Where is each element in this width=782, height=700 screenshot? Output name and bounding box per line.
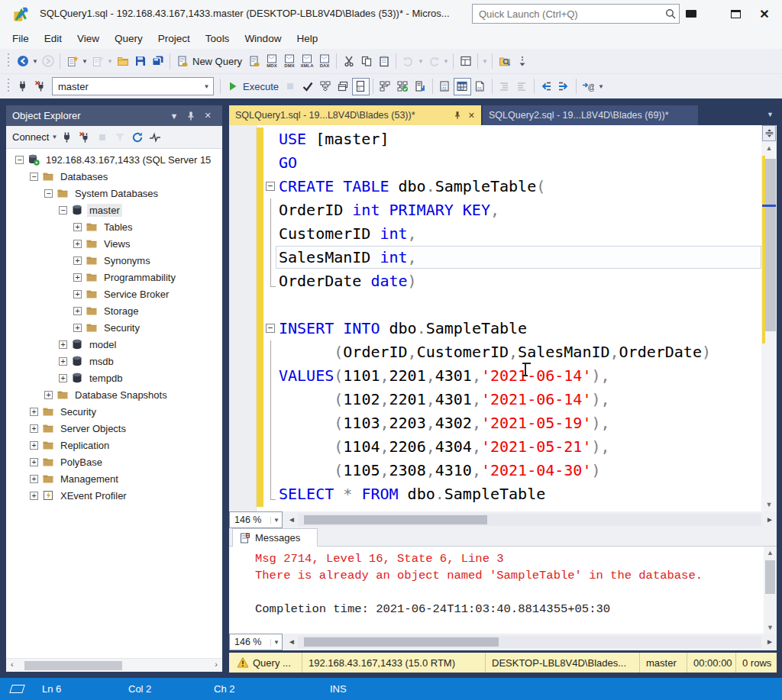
expand-icon[interactable]: + [73,290,82,298]
cut-icon[interactable] [340,53,357,70]
scroll-down-icon[interactable]: ▼ [764,624,777,631]
collapse-icon[interactable]: − [59,206,67,215]
menu-help[interactable]: Help [289,30,325,47]
tree-item[interactable]: +Security [6,403,222,420]
tree-item[interactable]: +Security [6,319,222,336]
expand-icon[interactable]: + [73,307,82,315]
tree-item[interactable]: +model [6,336,222,353]
tree-item[interactable]: +msdb [6,353,222,369]
close-tab-icon[interactable]: ✕ [468,111,475,121]
code-line[interactable]: OrderID int PRIMARY KEY, [263,198,761,222]
collapse-icon[interactable]: − [44,189,53,198]
scrollbar-thumb[interactable] [24,661,122,670]
change-connection-icon[interactable] [31,78,49,95]
refresh-icon[interactable] [128,128,146,146]
scrollbar-thumb[interactable] [304,515,487,524]
feedback-icon[interactable] [9,685,25,693]
filter-icon[interactable] [111,128,128,146]
expand-icon[interactable]: + [73,324,82,332]
tree-item[interactable]: −192.168.43.167,1433 (SQL Server 15 [6,151,222,168]
toolbar-dropdown-icon[interactable]: ▼ [481,58,489,65]
expand-icon[interactable]: + [30,424,38,433]
tree-item[interactable]: +XEvent Profiler [6,487,222,504]
tree-item[interactable]: +Synonyms [6,252,222,269]
expand-icon[interactable]: + [30,441,38,450]
undo-icon[interactable] [399,53,417,70]
estimated-plan-icon[interactable] [317,78,334,95]
dmx-query-icon[interactable]: DMX [280,53,298,70]
code-line[interactable]: −INSERT INTO dbo.SampleTable [263,317,761,340]
find-in-files-icon[interactable] [496,53,513,70]
increase-indent-icon[interactable] [555,78,573,95]
disconnect-icon[interactable] [76,128,93,146]
menu-tools[interactable]: Tools [198,30,238,47]
close-panel-icon[interactable]: ✕ [199,111,216,121]
stop-icon[interactable] [93,128,111,146]
scrollbar-thumb[interactable] [765,560,775,594]
scroll-up-icon[interactable]: ▲ [761,144,777,152]
parse-icon[interactable] [299,78,317,95]
new-project-dropdown-icon[interactable]: ▼ [81,58,89,65]
code-line[interactable]: SalesManID int, [263,246,761,269]
tab-sqlquery1[interactable]: SQLQuery1.sql - 19...L8V4D\Blades (53))*… [229,105,481,125]
results-to-file-icon[interactable]: 01 [471,78,489,95]
code-editor[interactable]: USE [master]GO−CREATE TABLE dbo.SampleTa… [229,125,777,511]
editor-hscrollbar[interactable] [298,514,761,526]
back-dropdown-icon[interactable]: ▼ [31,58,39,65]
menu-query[interactable]: Query [107,30,150,47]
toolbar-overflow-icon[interactable] [513,53,531,70]
toolbar-drag-handle[interactable] [7,53,11,69]
tree-item[interactable]: −master [6,202,222,218]
window-position-icon[interactable]: ▼ [166,111,183,121]
query-designer-icon[interactable] [457,53,474,70]
new-query-label[interactable]: New Query [192,56,242,67]
expand-icon[interactable]: + [30,458,38,466]
pin-icon[interactable] [452,110,463,121]
code-line[interactable] [263,293,761,317]
new-query-icon[interactable] [173,53,191,70]
template-parameters-icon[interactable]: @ [580,78,597,95]
decrease-indent-icon[interactable] [538,78,555,95]
expand-icon[interactable]: + [30,492,38,500]
open-file-icon[interactable] [114,53,131,70]
code-line[interactable]: (1105,2308,4310,'2021-04-30') [263,459,761,482]
cancel-query-icon[interactable] [282,78,299,95]
save-all-icon[interactable] [149,53,166,70]
collapse-icon[interactable]: − [30,173,38,181]
code-line[interactable]: CustomerID int, [263,222,761,246]
messages-vscrollbar[interactable]: ▲ ▼ [764,547,777,634]
scrollbar-thumb[interactable] [765,159,776,331]
activity-monitor-icon[interactable] [146,128,163,146]
expand-icon[interactable]: + [73,273,82,282]
code-line[interactable]: (1104,2206,4304,'2021-05-21'), [263,435,761,459]
chevron-down-icon[interactable]: ▼ [270,517,282,524]
results-to-text-icon[interactable]: 01 [436,78,454,95]
tree-item[interactable]: +PolyBase [6,453,222,470]
database-combo[interactable]: master ▼ [52,77,214,95]
redo-dropdown-icon[interactable]: ▼ [442,58,450,65]
query-options-icon[interactable] [334,78,352,95]
save-icon[interactable] [131,53,149,70]
maximize-button[interactable] [724,5,747,23]
uncomment-icon[interactable] [513,78,531,95]
tree-item[interactable]: +Database Snapshots [6,386,222,403]
xmla-query-icon[interactable]: XMLA [298,53,315,70]
execute-label[interactable]: Execute [243,81,279,92]
chevron-down-icon[interactable]: ▼ [200,83,213,90]
scroll-left-icon[interactable]: ‹ [11,660,14,669]
tree-item[interactable]: +Views [6,235,222,252]
expand-icon[interactable]: + [44,391,53,399]
mdx-query-icon[interactable]: MDX [263,53,280,70]
database-engine-query-icon[interactable] [245,53,263,70]
scroll-right-icon[interactable]: ► [766,515,774,524]
redo-icon[interactable] [425,53,442,70]
tree-item[interactable]: +tempdb [6,369,222,386]
connect-dropdown-icon[interactable]: ▼ [50,134,58,140]
close-button[interactable]: ✕ [753,5,776,23]
code-line[interactable]: VALUES(1101,2201,4301,'2021-06-14'), [263,364,761,388]
add-item-icon[interactable] [89,53,106,70]
scrollbar-thumb[interactable] [304,637,499,647]
expand-icon[interactable]: + [73,223,82,231]
actual-plan-icon[interactable] [394,78,412,95]
pin-icon[interactable] [183,107,199,124]
